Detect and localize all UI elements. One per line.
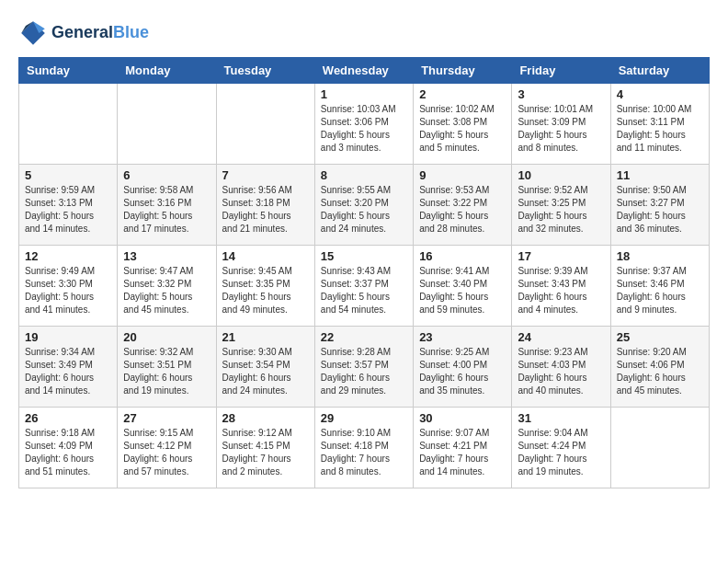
- day-info: Sunrise: 9:07 AM Sunset: 4:21 PM Dayligh…: [419, 427, 506, 478]
- calendar-cell: 2Sunrise: 10:02 AM Sunset: 3:08 PM Dayli…: [414, 84, 512, 165]
- day-number: 6: [123, 168, 210, 182]
- calendar-cell: 6Sunrise: 9:58 AM Sunset: 3:16 PM Daylig…: [118, 165, 216, 246]
- weekday-header-row: SundayMondayTuesdayWednesdayThursdayFrid…: [19, 58, 710, 84]
- calendar-cell: 16Sunrise: 9:41 AM Sunset: 3:40 PM Dayli…: [414, 246, 512, 327]
- page-header: GeneralBlue: [18, 18, 710, 48]
- day-info: Sunrise: 9:18 AM Sunset: 4:09 PM Dayligh…: [25, 427, 111, 478]
- day-number: 27: [123, 411, 210, 425]
- day-number: 11: [617, 168, 703, 182]
- day-info: Sunrise: 9:39 AM Sunset: 3:43 PM Dayligh…: [518, 265, 604, 316]
- calendar: SundayMondayTuesdayWednesdayThursdayFrid…: [18, 57, 710, 488]
- calendar-cell: 24Sunrise: 9:23 AM Sunset: 4:03 PM Dayli…: [512, 327, 610, 408]
- day-info: Sunrise: 10:01 AM Sunset: 3:09 PM Daylig…: [518, 103, 604, 155]
- day-info: Sunrise: 9:10 AM Sunset: 4:18 PM Dayligh…: [321, 427, 407, 478]
- day-number: 26: [25, 411, 111, 425]
- weekday-header-thursday: Thursday: [414, 58, 512, 84]
- day-info: Sunrise: 9:59 AM Sunset: 3:13 PM Dayligh…: [25, 184, 111, 236]
- calendar-cell: 29Sunrise: 9:10 AM Sunset: 4:18 PM Dayli…: [314, 408, 413, 488]
- calendar-cell: 17Sunrise: 9:39 AM Sunset: 3:43 PM Dayli…: [512, 246, 610, 327]
- day-info: Sunrise: 9:43 AM Sunset: 3:37 PM Dayligh…: [321, 265, 407, 316]
- day-number: 8: [321, 168, 407, 182]
- weekday-header-monday: Monday: [118, 58, 216, 84]
- day-info: Sunrise: 9:28 AM Sunset: 3:57 PM Dayligh…: [321, 346, 407, 397]
- day-info: Sunrise: 9:53 AM Sunset: 3:22 PM Dayligh…: [419, 184, 506, 236]
- calendar-cell: 11Sunrise: 9:50 AM Sunset: 3:27 PM Dayli…: [610, 165, 709, 246]
- day-number: 25: [617, 330, 703, 344]
- day-number: 24: [518, 330, 604, 344]
- day-info: Sunrise: 9:20 AM Sunset: 4:06 PM Dayligh…: [617, 346, 703, 397]
- day-info: Sunrise: 9:55 AM Sunset: 3:20 PM Dayligh…: [321, 184, 407, 236]
- calendar-cell: 5Sunrise: 9:59 AM Sunset: 3:13 PM Daylig…: [19, 165, 118, 246]
- calendar-cell: 25Sunrise: 9:20 AM Sunset: 4:06 PM Dayli…: [610, 327, 709, 408]
- calendar-cell: 18Sunrise: 9:37 AM Sunset: 3:46 PM Dayli…: [610, 246, 709, 327]
- calendar-cell: 14Sunrise: 9:45 AM Sunset: 3:35 PM Dayli…: [216, 246, 314, 327]
- day-number: 31: [518, 411, 604, 425]
- logo-icon: [18, 18, 48, 48]
- day-info: Sunrise: 9:37 AM Sunset: 3:46 PM Dayligh…: [617, 265, 703, 316]
- calendar-cell: 27Sunrise: 9:15 AM Sunset: 4:12 PM Dayli…: [118, 408, 216, 488]
- day-info: Sunrise: 10:02 AM Sunset: 3:08 PM Daylig…: [419, 103, 506, 155]
- day-number: 15: [321, 249, 407, 263]
- day-info: Sunrise: 9:15 AM Sunset: 4:12 PM Dayligh…: [123, 427, 210, 478]
- svg-marker-0: [21, 21, 45, 45]
- week-row-4: 19Sunrise: 9:34 AM Sunset: 3:49 PM Dayli…: [19, 327, 710, 408]
- weekday-header-saturday: Saturday: [610, 58, 709, 84]
- day-info: Sunrise: 9:23 AM Sunset: 4:03 PM Dayligh…: [518, 346, 604, 397]
- day-number: 5: [25, 168, 111, 182]
- day-number: 16: [419, 249, 506, 263]
- calendar-cell: [118, 84, 216, 165]
- day-info: Sunrise: 9:25 AM Sunset: 4:00 PM Dayligh…: [419, 346, 506, 397]
- day-number: 4: [617, 87, 703, 101]
- calendar-cell: 9Sunrise: 9:53 AM Sunset: 3:22 PM Daylig…: [414, 165, 512, 246]
- weekday-header-tuesday: Tuesday: [216, 58, 314, 84]
- day-number: 12: [25, 249, 111, 263]
- week-row-3: 12Sunrise: 9:49 AM Sunset: 3:30 PM Dayli…: [19, 246, 710, 327]
- calendar-cell: [610, 408, 709, 488]
- day-number: 17: [518, 249, 604, 263]
- calendar-cell: 31Sunrise: 9:04 AM Sunset: 4:24 PM Dayli…: [512, 408, 610, 488]
- calendar-cell: [216, 84, 314, 165]
- day-number: 14: [222, 249, 309, 263]
- day-info: Sunrise: 9:32 AM Sunset: 3:51 PM Dayligh…: [123, 346, 210, 397]
- calendar-cell: 10Sunrise: 9:52 AM Sunset: 3:25 PM Dayli…: [512, 165, 610, 246]
- day-info: Sunrise: 9:12 AM Sunset: 4:15 PM Dayligh…: [222, 427, 309, 478]
- day-number: 23: [419, 330, 506, 344]
- day-number: 9: [419, 168, 506, 182]
- calendar-cell: 1Sunrise: 10:03 AM Sunset: 3:06 PM Dayli…: [314, 84, 413, 165]
- day-number: 28: [222, 411, 309, 425]
- calendar-cell: 7Sunrise: 9:56 AM Sunset: 3:18 PM Daylig…: [216, 165, 314, 246]
- day-number: 30: [419, 411, 506, 425]
- calendar-cell: 26Sunrise: 9:18 AM Sunset: 4:09 PM Dayli…: [19, 408, 118, 488]
- day-number: 18: [617, 249, 703, 263]
- day-info: Sunrise: 9:34 AM Sunset: 3:49 PM Dayligh…: [25, 346, 111, 397]
- day-number: 7: [222, 168, 309, 182]
- day-number: 21: [222, 330, 309, 344]
- calendar-cell: 8Sunrise: 9:55 AM Sunset: 3:20 PM Daylig…: [314, 165, 413, 246]
- day-info: Sunrise: 10:03 AM Sunset: 3:06 PM Daylig…: [321, 103, 407, 155]
- day-number: 22: [321, 330, 407, 344]
- calendar-cell: 4Sunrise: 10:00 AM Sunset: 3:11 PM Dayli…: [610, 84, 709, 165]
- day-number: 2: [419, 87, 506, 101]
- day-info: Sunrise: 9:45 AM Sunset: 3:35 PM Dayligh…: [222, 265, 309, 316]
- calendar-cell: 20Sunrise: 9:32 AM Sunset: 3:51 PM Dayli…: [118, 327, 216, 408]
- calendar-cell: 22Sunrise: 9:28 AM Sunset: 3:57 PM Dayli…: [314, 327, 413, 408]
- day-info: Sunrise: 9:41 AM Sunset: 3:40 PM Dayligh…: [419, 265, 506, 316]
- day-number: 29: [321, 411, 407, 425]
- day-number: 19: [25, 330, 111, 344]
- day-number: 1: [321, 87, 407, 101]
- logo-text: GeneralBlue: [51, 24, 149, 42]
- day-info: Sunrise: 9:58 AM Sunset: 3:16 PM Dayligh…: [123, 184, 210, 236]
- calendar-cell: 12Sunrise: 9:49 AM Sunset: 3:30 PM Dayli…: [19, 246, 118, 327]
- calendar-cell: 3Sunrise: 10:01 AM Sunset: 3:09 PM Dayli…: [512, 84, 610, 165]
- day-number: 20: [123, 330, 210, 344]
- week-row-5: 26Sunrise: 9:18 AM Sunset: 4:09 PM Dayli…: [19, 408, 710, 488]
- calendar-cell: 30Sunrise: 9:07 AM Sunset: 4:21 PM Dayli…: [414, 408, 512, 488]
- day-info: Sunrise: 10:00 AM Sunset: 3:11 PM Daylig…: [617, 103, 703, 155]
- calendar-cell: 28Sunrise: 9:12 AM Sunset: 4:15 PM Dayli…: [216, 408, 314, 488]
- weekday-header-sunday: Sunday: [19, 58, 118, 84]
- day-info: Sunrise: 9:56 AM Sunset: 3:18 PM Dayligh…: [222, 184, 309, 236]
- calendar-cell: 21Sunrise: 9:30 AM Sunset: 3:54 PM Dayli…: [216, 327, 314, 408]
- day-info: Sunrise: 9:49 AM Sunset: 3:30 PM Dayligh…: [25, 265, 111, 316]
- logo: GeneralBlue: [18, 18, 149, 48]
- calendar-cell: 13Sunrise: 9:47 AM Sunset: 3:32 PM Dayli…: [118, 246, 216, 327]
